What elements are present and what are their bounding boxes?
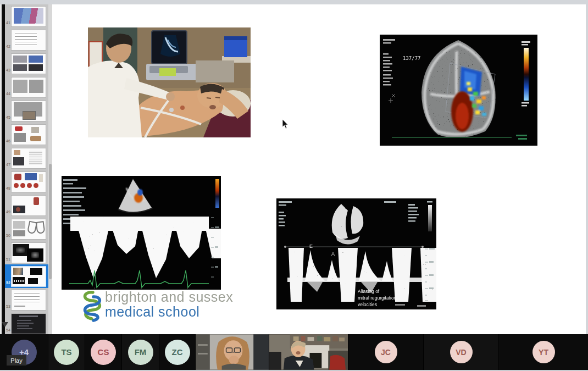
echo-exam-photo <box>88 27 251 137</box>
slide-thumbnail-41[interactable]: 41 <box>5 4 48 28</box>
participant-video-feed-1[interactable] <box>196 334 269 370</box>
slide-number: 41 <box>6 21 10 25</box>
slide-thumbnail-47[interactable]: 47 <box>5 146 48 170</box>
slide-preview <box>11 242 46 263</box>
avatar-initials: CS <box>98 347 109 357</box>
slide-number: 52 <box>6 281 10 285</box>
slide-preview <box>11 171 46 192</box>
avatar-fm: FM <box>128 340 153 365</box>
colour-doppler-echo-image: 137/77 <box>380 35 537 146</box>
svg-text:velocities: velocities <box>358 302 377 307</box>
slide-preview <box>11 290 46 311</box>
avatar-zc: ZC <box>165 340 190 365</box>
participant-tile-cs[interactable]: CS <box>85 334 122 370</box>
slide-number: 54 <box>6 328 10 332</box>
slide-number: 53 <box>6 304 10 308</box>
bsms-logo: brighton and sussex medical school <box>79 289 265 325</box>
participant-tile-yt[interactable]: YT <box>499 334 588 370</box>
slide-number: 44 <box>6 92 10 96</box>
avatar-ts: TS <box>54 340 79 365</box>
avatar-initials: YT <box>539 348 548 357</box>
participant-bar: +4 TS CS FM ZC <box>0 334 588 370</box>
slide-thumbnail-51[interactable]: 51 <box>5 241 48 264</box>
avatar-initials: JC <box>381 348 391 357</box>
slide-preview <box>11 6 46 27</box>
slide-thumbnail-54[interactable]: 54 <box>5 312 48 335</box>
slide-thumbnail-52-selected[interactable]: 52 <box>5 264 48 288</box>
slide-preview <box>11 195 46 216</box>
slide-number: 43 <box>6 68 10 72</box>
slide-thumbnail-panel: 41 42 43 44 <box>0 4 52 335</box>
avatar-yt: YT <box>532 341 555 363</box>
slide-number: 47 <box>6 163 10 167</box>
slide-canvas: 137/77 <box>52 4 586 334</box>
slide-number: 51 <box>6 257 10 261</box>
slide-preview <box>11 219 46 240</box>
avatar-initials: FM <box>135 347 147 357</box>
play-button[interactable]: Play <box>7 355 26 366</box>
mouse-cursor <box>281 119 289 130</box>
participant-tile-zc[interactable]: ZC <box>159 334 196 370</box>
slide-thumbnail-43[interactable]: 43 <box>5 52 48 75</box>
participant-tile-jc[interactable]: JC <box>348 334 424 370</box>
teams-screenshare-window: 41 42 43 44 <box>0 0 588 371</box>
cw-doppler-spectral-image <box>62 176 221 290</box>
avatar-initials: ZC <box>172 347 183 357</box>
avatar-vd: VD <box>450 341 473 363</box>
slide-preview <box>11 101 46 121</box>
slide-number: 42 <box>6 45 10 48</box>
avatar-cs: CS <box>91 340 116 365</box>
svg-text:mitral regurgitation: mitral regurgitation <box>358 295 397 301</box>
slide-preview <box>11 124 46 145</box>
logo-line-1: brighton and sussex <box>105 290 233 304</box>
slide-preview <box>11 313 46 334</box>
slide-number: 45 <box>6 115 10 119</box>
slide-preview <box>11 77 46 98</box>
pw-doppler-aliasing-image: E A Aliasing of mitral regurgitation vel… <box>276 198 436 309</box>
slide-preview <box>11 30 46 51</box>
slide-thumbnail-48[interactable]: 48 <box>5 170 48 193</box>
e-wave-label: E <box>309 243 313 249</box>
slide-thumbnail-45[interactable]: 45 <box>5 99 48 123</box>
participant-tile-ts[interactable]: TS <box>48 334 85 370</box>
slide-thumbnail-44[interactable]: 44 <box>5 75 48 99</box>
logo-line-2: medical school <box>105 304 233 319</box>
participant-tile-vd[interactable]: VD <box>424 334 499 370</box>
participant-tile-fm[interactable]: FM <box>122 334 159 370</box>
bp-reading: 137/77 <box>403 56 421 61</box>
slide-preview <box>11 53 46 74</box>
slide-thumbnail-46[interactable]: 46 <box>5 123 48 146</box>
slide-number: 49 <box>6 210 10 214</box>
thumbnail-scrollbar[interactable] <box>48 4 52 335</box>
avatar-initials: TS <box>61 347 71 357</box>
slide-thumbnail-42[interactable]: 42 <box>5 28 48 52</box>
panel-overflow-icon <box>2 322 8 327</box>
video-man <box>269 334 348 370</box>
window-right-border <box>586 4 588 334</box>
slide-preview <box>11 148 46 169</box>
avatar-jc: JC <box>375 341 397 363</box>
slide-thumbnail-49[interactable]: 49 <box>5 193 48 217</box>
participant-video-feed-2[interactable] <box>269 334 348 370</box>
svg-text:Aliasing of: Aliasing of <box>358 289 380 294</box>
video-woman <box>196 334 269 370</box>
a-wave-label: A <box>331 251 335 257</box>
slide-number: 48 <box>6 186 10 190</box>
bsms-helix-icon <box>79 290 102 323</box>
thumbnail-list: 41 42 43 44 <box>5 4 48 335</box>
slide-thumbnail-53[interactable]: 53 <box>5 288 48 312</box>
slide-preview <box>11 266 46 287</box>
window-top-border <box>0 0 588 4</box>
slide-thumbnail-50[interactable]: 50 <box>5 217 48 241</box>
avatar-initials: VD <box>456 348 466 357</box>
slide-number: 46 <box>6 139 10 143</box>
slide-number: 50 <box>6 234 10 237</box>
